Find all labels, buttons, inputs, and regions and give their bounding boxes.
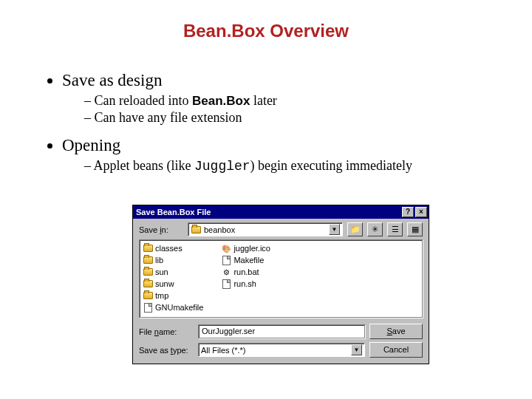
list-item[interactable]: Makefile [221, 254, 276, 266]
close-button[interactable]: × [415, 207, 427, 217]
list-view-button[interactable]: ☰ [387, 222, 403, 236]
folder-icon [143, 256, 153, 264]
file-list-pane[interactable]: classes lib sun sunw tmp GNUmakefile 🎨ju… [139, 239, 423, 318]
file-icon [144, 303, 152, 313]
list-item[interactable]: 🎨juggler.ico [221, 242, 276, 254]
list-item[interactable]: sun [143, 266, 209, 278]
cancel-button[interactable]: Cancel [369, 342, 423, 358]
bullet-item-save: Save as design Can reloaded into Bean.Bo… [62, 71, 502, 126]
new-folder-icon: ✳ [372, 225, 378, 234]
list-item[interactable]: GNUmakefile [143, 301, 209, 313]
up-icon: 📁 [350, 225, 361, 234]
filetype-value: All Files (*.*) [201, 346, 246, 355]
sub-bullet: Applet beans (like Juggler) begin execut… [84, 158, 502, 174]
chevron-down-icon[interactable]: ▼ [329, 224, 340, 235]
app-icon: ⚙ [221, 267, 231, 277]
up-folder-button[interactable]: 📁 [347, 222, 363, 236]
sub-bullet: Can reloaded into Bean.Box later [84, 93, 502, 109]
file-icon [222, 256, 231, 265]
new-folder-button[interactable]: ✳ [367, 222, 383, 236]
detail-view-button[interactable]: ▦ [407, 222, 423, 236]
list-item[interactable]: lib [143, 254, 209, 266]
chevron-down-icon[interactable]: ▼ [351, 344, 362, 355]
filetype-label: Save as type: [139, 346, 194, 355]
list-item[interactable]: ⚙run.bat [221, 266, 276, 278]
filetype-combo[interactable]: All Files (*.*) ▼ [198, 343, 365, 357]
bullet-label: Save as design [62, 71, 162, 89]
mono-text: Juggler [194, 159, 250, 174]
filename-input[interactable]: OurJuggler.ser [198, 324, 365, 338]
list-item[interactable]: sunw [143, 278, 209, 290]
bullet-list: Save as design Can reloaded into Bean.Bo… [62, 71, 502, 174]
folder-icon [143, 280, 153, 287]
app-icon: 🎨 [221, 244, 231, 253]
sub-bullet: Can have any file extension [84, 110, 502, 126]
folder-icon [191, 226, 201, 233]
list-item[interactable]: run.sh [221, 278, 276, 290]
folder-icon [143, 245, 153, 252]
folder-icon [143, 268, 153, 276]
title-bar[interactable]: Save Bean.Box File ? × [133, 205, 429, 219]
detail-icon: ▦ [412, 225, 419, 234]
help-button[interactable]: ? [402, 207, 414, 217]
dialog-title: Save Bean.Box File [134, 208, 400, 216]
bullet-label: Opening [62, 136, 120, 154]
file-icon [222, 279, 231, 289]
bullet-item-opening: Opening Applet beans (like Juggler) begi… [62, 136, 502, 174]
list-item[interactable]: tmp [143, 290, 209, 301]
save-dialog: Save Bean.Box File ? × Save in: beanbox … [132, 205, 429, 364]
bold-text: Bean.Box [192, 94, 250, 108]
save-in-label: Save in: [139, 225, 183, 234]
save-in-value: beanbox [204, 225, 235, 234]
list-icon: ☰ [392, 225, 399, 234]
save-button[interactable]: Save [369, 324, 423, 339]
folder-icon [143, 292, 153, 299]
list-item[interactable]: classes [143, 242, 209, 254]
filename-label: File name: [139, 327, 194, 336]
slide-title: Bean.Box Overview [30, 21, 502, 41]
save-in-combo[interactable]: beanbox ▼ [188, 222, 343, 236]
